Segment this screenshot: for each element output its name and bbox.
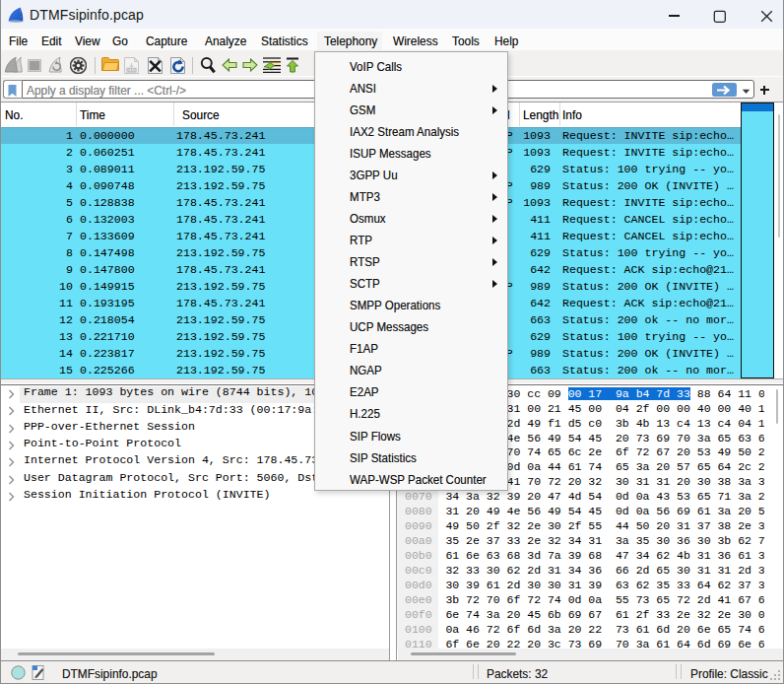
svg-text:010: 010 [127,67,136,73]
